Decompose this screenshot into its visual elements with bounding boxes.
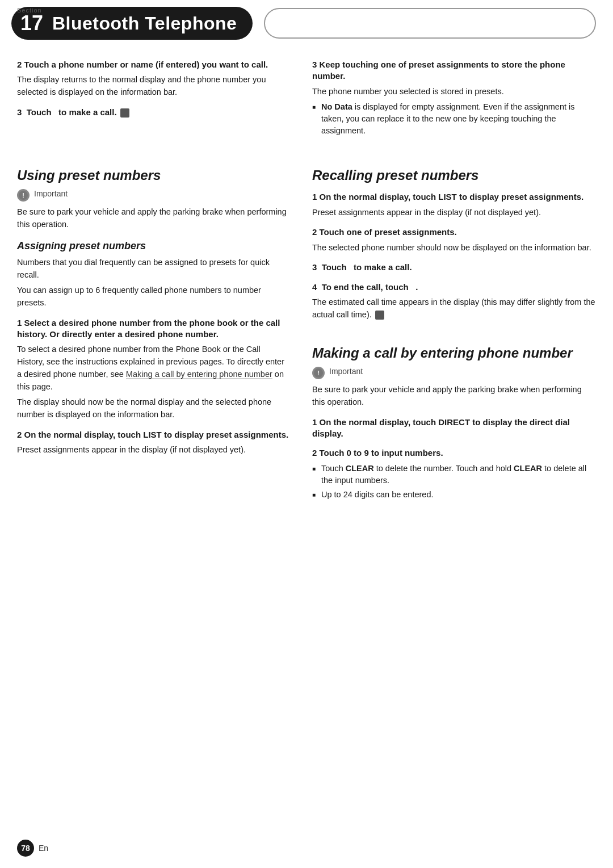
top-step3-label: 3 Touch to make a call. [17,107,117,117]
left-column: Using preset numbers ! Important Be sure… [17,156,306,502]
top-section: 2 Touch a phone number or name (if enter… [0,51,613,139]
making-call-bullet1: ■ Touch CLEAR to delete the number. Touc… [312,463,596,487]
bullet1-rest: is displayed for empty assignment. Even … [321,102,574,135]
top-right-content: 3 Keep touching one of preset assignment… [306,51,596,139]
right-column: Recalling preset numbers 1 On the normal… [306,156,596,502]
important-icon-making: ! [312,367,325,379]
recalling-step4-body: The estimated call time appears in the d… [312,296,596,321]
assigning-body1: Numbers that you dial frequently can be … [17,257,289,282]
bullet2-text: Up to 24 digits can be entered. [321,489,434,501]
page-header: Section 17 Bluetooth Telephone [0,0,613,40]
assigning-step2-heading: 2 On the normal display, touch LIST to d… [17,429,289,441]
page-number: 78 [17,840,34,857]
recalling-heading: Recalling preset numbers [312,167,596,183]
recalling-step4-heading: 4 To end the call, touch . [312,282,596,293]
making-call-link[interactable]: Making a call by entering phone number [126,370,272,379]
section-badge: 17 Bluetooth Telephone [11,7,253,40]
step4-body-text: The estimated call time appears in the d… [312,297,595,319]
top-right-step3-heading: 3 Keep touching one of preset assignment… [312,59,596,82]
bullet1-rest-text: to delete the number. Touch and hold [374,464,514,473]
assigning-heading: Assigning preset numbers [17,240,289,252]
important-label-making: Important [329,367,363,376]
assigning-step1-body3: The display should now be the normal dis… [17,396,289,421]
svg-text:!: ! [317,370,320,376]
main-content: Using preset numbers ! Important Be sure… [0,156,613,502]
call-end-icon [375,311,384,320]
assigning-step1-heading: 1 Select a desired phone number from the… [17,317,289,341]
clear-label1: CLEAR [346,464,374,473]
making-call-step2-heading: 2 Touch 0 to 9 to input numbers. [312,447,596,459]
top-step3-heading: 3 Touch to make a call. [17,107,289,118]
recalling-step2-heading: 2 Touch one of preset assignments. [312,227,596,238]
important-icon-using: ! [17,189,30,202]
lang-label: En [39,844,48,853]
top-left-content: 2 Touch a phone number or name (if enter… [17,51,306,139]
top-step2-body: The display returns to the normal displa… [17,74,289,99]
page-footer: 78 En [17,840,48,857]
section-number: 17 [20,11,44,35]
no-data-label: No Data [321,102,352,111]
using-preset-important-body: Be sure to park your vehicle and apply t… [17,206,289,231]
making-call-bullet2: ■ Up to 24 digits can be entered. [312,489,596,501]
top-right-step3-body: The phone number you selected is stored … [312,86,596,98]
recalling-step1-body: Preset assignments appear in the display… [312,207,596,219]
assigning-step2-body: Preset assignments appear in the display… [17,444,289,456]
using-preset-heading: Using preset numbers [17,167,289,183]
svg-text:!: ! [22,192,24,199]
important-label-using: Important [34,189,68,198]
bullet1-prefix: Touch [321,464,346,473]
recalling-step3-heading: 3 Touch to make a call. [312,262,596,273]
recalling-step3-label: 3 Touch to make a call. [312,262,412,272]
making-call-important: ! Important [312,367,596,379]
clear-label2: CLEAR [514,464,542,473]
header-oval [264,8,596,39]
making-call-heading: Making a call by entering phone number [312,345,596,361]
using-preset-important: ! Important [17,189,289,202]
making-call-important-body: Be sure to park your vehicle and apply t… [312,384,596,409]
bullet-icon-2: ■ [312,491,318,501]
top-right-bullet1: ■ No Data is displayed for empty assignm… [312,101,596,137]
bullet1-making-text: Touch CLEAR to delete the number. Touch … [321,463,596,487]
making-call-step1-heading: 1 On the normal display, touch DIRECT to… [312,417,596,440]
recalling-step1-heading: 1 On the normal display, touch LIST to d… [312,191,596,203]
section-label: Section [17,7,42,14]
bullet-icon: ■ [312,103,318,137]
top-step2-heading: 2 Touch a phone number or name (if enter… [17,59,289,70]
recalling-step4-label: 4 To end the call, touch . [312,282,418,292]
assigning-body2: You can assign up to 6 frequently called… [17,284,289,309]
bullet1-text: No Data is displayed for empty assignmen… [321,101,596,137]
assigning-step1-body1: To select a desired phone number from th… [17,343,289,393]
bullet-icon-1: ■ [312,465,318,487]
section-title: Bluetooth Telephone [52,13,237,34]
recalling-step2-body: The selected phone number should now be … [312,242,596,254]
make-call-icon-top [120,108,129,118]
